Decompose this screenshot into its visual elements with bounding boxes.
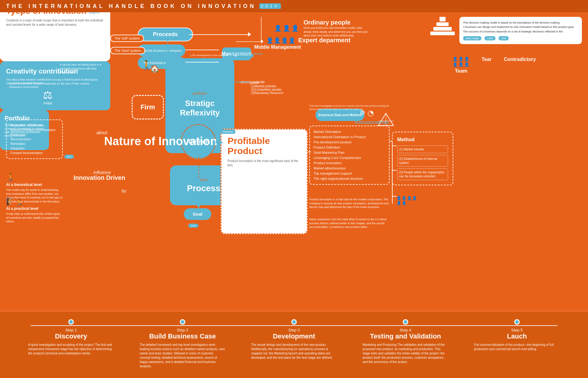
sf-item-3: Pre-development product [314,140,385,144]
need-item-3: (3)Necessary Resource [251,91,283,95]
team-section: 👤 👤 👤 👤 👤 👤 Team Tear Contradictory [453,57,536,74]
step-2: Step 2 Build Business Case The detailed … [132,312,233,378]
profitable-tagline: Product Innovation is the most significa… [228,159,301,168]
hierarchy-chart [430,17,455,35]
small-arrow-right [261,39,263,43]
h-line-m2 [392,170,397,171]
method-item-2: (2) Establishment of internal system [397,155,448,167]
profitable-title: Profitable Product [228,136,301,156]
by-label: by [122,188,126,193]
reflexivity-title: Stratigc Reflexivity [165,96,234,121]
step-2-dot [180,319,185,325]
step-3-dot [291,319,297,325]
sf-item-9: Top management support [314,172,385,175]
need-item-1: (1)Market potentia [251,85,283,88]
perform-label: perform [193,91,207,96]
method-item-3: (3) People within the organization can b… [397,168,448,180]
step-3-desc: The actual design and development of the… [251,343,337,360]
step-3-title: Development [273,332,315,340]
success-factors-box: Market Orientation International Orienta… [309,126,390,185]
house-icon: 🏠 [150,64,159,73]
step-1-desc: A quick investigation and sculpting of t… [28,343,114,356]
innovation-driven: Innovation Driven [74,174,125,181]
h-line-mid [236,41,262,42]
step-5-number: Step 5 [511,328,523,332]
soft-system-label: The 'soft' system [110,35,144,42]
practical-desc: It may help us understand why certain ty… [6,212,63,224]
team-group: 👤 👤 👤 👤 👤 👤 Team [453,57,469,74]
step-5-desc: Full commercialization of the product—th… [474,343,560,351]
list-item-7: Forward Incrementation [10,151,58,155]
practical-icon: 🧗 [6,198,63,206]
need-section: Need: (1)Market potentia (2)Competitive … [251,81,283,95]
nature-title: Nature of Innovation [104,135,217,148]
product-innovation-text: Product innovation is a vital task for t… [309,198,389,209]
step-2-desc: The detailed homework and top-level inve… [140,343,225,369]
list-item-4: Reconstruction [10,138,58,141]
tear-label: Tear [481,57,492,62]
firm-label: Firm [141,103,155,111]
process-title: Process [187,183,221,193]
top-right-text: This decision-making model is based on t… [463,21,578,34]
h-line-m1 [392,146,397,146]
step-5-title: Lauch [507,332,527,340]
arrow-center-profitable-head [220,140,223,145]
h-line-m3 [392,196,397,197]
step-1-dot [68,319,74,325]
need-item-2: (2)Competitive situatio [251,88,283,91]
practical-box: 🧗 At a practical level It may help us un… [6,198,63,224]
top-right-info: This decision-making model is based on t… [459,17,582,44]
header: THE INTERNATIONAL HANDLE BOOK ON INNOVAT… [0,0,588,12]
ordinary-people-title: Ordinary people [303,19,368,26]
h-line-to-box [168,63,183,64]
soft-system-box: The 'soft' system [110,35,144,41]
method-people-icons: 👤 👤 👤 👤 👤 👤 [397,196,421,205]
line-method [390,141,393,142]
annotation-1: It is less practical and focuses on the … [60,31,107,38]
sf-item-7: Product Innovation [314,161,385,165]
list-item-1: Replication · Redefinition [10,124,58,127]
arrow-right-proceeds [248,32,251,36]
horizontal-line-mgmt [232,54,262,54]
firm-box: Firm [132,95,164,119]
annotation-2: Strong practicality, serving the overall… [60,44,107,52]
step-4-desc: Marketing and Producing The validation a… [363,343,448,364]
start-badge: start [499,36,509,40]
annotation-4: Can't be separated from the character's … [9,81,54,89]
practical-person-icon: 🏃 [15,199,24,207]
v-line-method [392,142,393,204]
line-proceeds-reflexivity [189,34,251,35]
big-arrow-left [221,72,230,84]
line-individual [185,62,219,62]
step-4-title: Testing and Validation [370,332,441,340]
small-badge-left: idea [64,155,74,159]
ordinary-people-section: 👤 👤 👤 Ordinary people Once you build you… [274,19,368,38]
timeline-bar: Step 1 Discovery A quick investigation a… [0,311,588,378]
step-1: Step 1 Discovery A quick investigation a… [21,312,121,378]
theoretical-title: At a theoretical level [6,183,63,187]
step-1-number: Step 1 [65,328,77,332]
sf-item-8: Market attractiveness [314,166,385,170]
expert-dept-section: 👤 👤 👤 👤 Expert deparment [266,37,350,44]
need-title: Need: [251,81,283,85]
vertical-line-mgmt [232,54,232,81]
method-title: Method [397,137,448,142]
sf-item-1: Market Orientation [314,130,385,134]
v-line-goal [198,202,199,210]
hard-system-box: The 'hard' system [110,47,145,53]
sf-item-10: The right organizational structure [314,177,385,180]
step-4-number: Step 4 [400,328,411,332]
list-item-2: Advance Forward Incrementation [10,128,58,132]
step-2-title: Build Business Case [149,332,216,340]
method-box: Method (1) Market transfer (2) Establish… [392,132,453,185]
goal-badge: back [188,224,198,228]
sf-item-5: Solid Marketing Plan [314,151,385,154]
practical-title: At a practical level [6,206,63,211]
profitable-box: Profitable Product Product Innovation is… [221,129,308,234]
expert-icons: 👤 👤 👤 👤 [266,37,295,44]
innovation-type-desc: Creativity is a topic of wide scope that… [6,18,104,27]
sf-item-6: Leveraging Core Competencies [314,156,385,160]
timeline-steps: Step 1 Discovery A quick investigation a… [0,312,588,378]
early-stage-badge: early stage [463,36,481,40]
judge-label: Judge [43,101,52,105]
